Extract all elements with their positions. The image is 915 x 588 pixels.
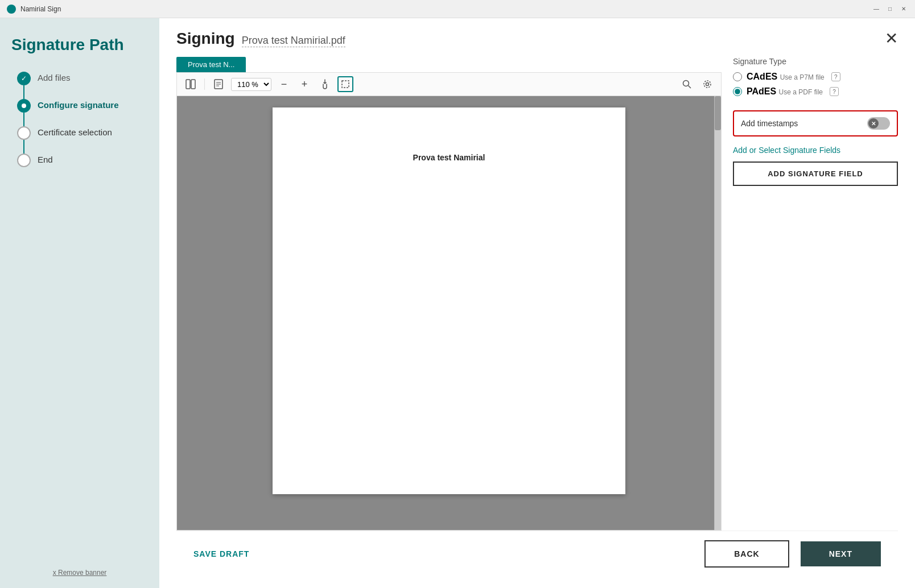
cades-label: CAdES Use a P7M file — [747, 72, 825, 82]
svg-point-7 — [683, 81, 689, 86]
svg-rect-0 — [186, 80, 190, 89]
pdf-viewer-container: Prova test N... — [176, 57, 722, 531]
step-label-configure: Configure signature — [38, 99, 119, 110]
step-label-certificate: Certificate selection — [38, 126, 112, 137]
timestamps-toggle[interactable]: ✕ — [867, 117, 890, 130]
app-title: Namirial Sign — [20, 5, 872, 13]
close-window-button[interactable]: ✕ — [899, 5, 908, 14]
pades-label: PAdES Use a PDF file — [747, 86, 823, 97]
step-circle-certificate — [17, 126, 31, 140]
step-add-files: ✓ Add files — [17, 72, 148, 99]
pdf-page: Prova test Namirial — [273, 107, 625, 494]
toggle-track[interactable]: ✕ — [867, 117, 890, 130]
settings-button[interactable] — [699, 76, 715, 92]
bottom-bar: SAVE DRAFT BACK NEXT — [176, 531, 898, 577]
timestamps-row: Add timestamps ✕ — [733, 110, 898, 136]
step-end: End — [17, 154, 148, 167]
main-subtitle: Prova test Namirial.pdf — [242, 35, 345, 47]
toggle-thumb: ✕ — [868, 118, 879, 129]
select-tool-button[interactable] — [337, 76, 353, 92]
zoom-in-button[interactable]: + — [296, 76, 312, 92]
step-label-end: End — [38, 154, 53, 164]
timestamps-label: Add timestamps — [741, 119, 862, 128]
sidebar: Signature Path ✓ Add files Configure sig… — [0, 18, 159, 588]
sidebar-steps: ✓ Add files Configure signature Certific… — [17, 72, 148, 167]
save-draft-button[interactable]: SAVE DRAFT — [193, 549, 249, 558]
add-signature-field-button[interactable]: ADD SIGNATURE FIELD — [733, 162, 898, 186]
file-icon-button[interactable] — [211, 76, 226, 92]
pades-option: PAdES Use a PDF file ? — [733, 86, 898, 97]
minimize-button[interactable]: — — [872, 5, 881, 14]
svg-point-10 — [704, 81, 711, 88]
svg-rect-6 — [342, 81, 349, 88]
pdf-canvas: Prova test Namirial — [176, 96, 722, 531]
svg-point-9 — [706, 83, 709, 86]
pdf-scrollbar[interactable] — [714, 96, 721, 530]
step-circle-end — [17, 154, 31, 167]
pdf-tab[interactable]: Prova test N... — [176, 57, 246, 72]
maximize-button[interactable]: □ — [885, 5, 895, 14]
pdf-scrollbar-thumb[interactable] — [715, 96, 721, 130]
step-label-add-files: Add files — [38, 72, 71, 82]
sidebar-title: Signature Path — [11, 35, 148, 55]
toolbar-divider-1 — [204, 78, 205, 90]
signature-type-section: Signature Type CAdES Use a P7M file ? — [733, 57, 898, 101]
back-button[interactable]: BACK — [704, 540, 789, 568]
next-button[interactable]: NEXT — [801, 541, 881, 566]
title-bar: Namirial Sign — □ ✕ — [0, 0, 915, 18]
close-main-button[interactable]: ✕ — [885, 31, 898, 47]
cades-help-icon[interactable]: ? — [831, 72, 840, 81]
pdf-page-content: Prova test Namirial — [413, 153, 485, 162]
pdf-section: Prova test N... — [176, 57, 898, 531]
app-icon — [7, 5, 16, 14]
window-controls: — □ ✕ — [872, 5, 908, 14]
remove-banner-link[interactable]: x Remove banner — [11, 569, 148, 577]
svg-line-8 — [689, 86, 691, 89]
step-configure-signature: Configure signature — [17, 99, 148, 126]
main-content: Signing Prova test Namirial.pdf ✕ Prova … — [159, 18, 915, 588]
main-header: Signing Prova test Namirial.pdf ✕ — [176, 30, 898, 48]
panel-toggle-button[interactable] — [183, 76, 199, 92]
step-certificate-selection: Certificate selection — [17, 126, 148, 154]
pades-help-icon[interactable]: ? — [830, 87, 839, 96]
main-title-area: Signing Prova test Namirial.pdf — [176, 30, 345, 48]
step-circle-configure — [17, 99, 31, 113]
zoom-out-button[interactable]: − — [276, 76, 292, 92]
app-container: Signature Path ✓ Add files Configure sig… — [0, 18, 915, 588]
main-title: Signing — [176, 30, 235, 48]
step-circle-add-files: ✓ — [17, 72, 31, 85]
pdf-tabs: Prova test N... — [176, 57, 722, 72]
search-button[interactable] — [679, 76, 695, 92]
right-panel: Signature Type CAdES Use a P7M file ? — [722, 57, 898, 531]
zoom-select[interactable]: 110 % 100 % 75 % 50 % — [231, 78, 271, 91]
hand-tool-button[interactable] — [317, 76, 333, 92]
cades-radio[interactable] — [733, 72, 742, 81]
signature-type-title: Signature Type — [733, 57, 898, 66]
signature-fields-section: Add or Select Signature Fields ADD SIGNA… — [733, 146, 898, 186]
cades-option: CAdES Use a P7M file ? — [733, 72, 898, 82]
pdf-toolbar: 110 % 100 % 75 % 50 % − + — [176, 72, 722, 96]
pades-radio[interactable] — [733, 87, 742, 96]
sig-fields-title[interactable]: Add or Select Signature Fields — [733, 146, 898, 155]
svg-rect-1 — [191, 80, 195, 89]
